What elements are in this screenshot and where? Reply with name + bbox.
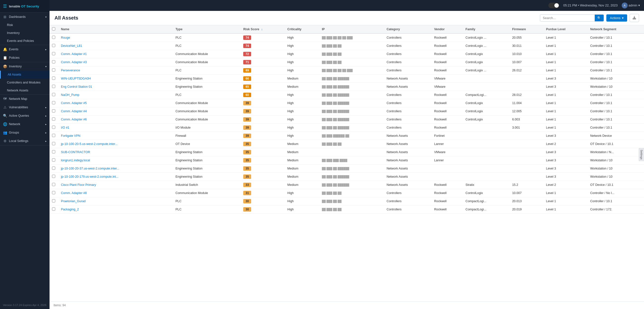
asset-link-3[interactable]: Comm. Adapter #3 (61, 61, 87, 64)
sidebar-item-network-map[interactable]: 🗺 Network Map (0, 95, 50, 103)
row-checkbox-14[interactable] (52, 150, 55, 153)
row-name-5[interactable]: WIN-UEUPT5DGA0H (58, 75, 173, 83)
row-name-8[interactable]: Comm. Adapter #5 (58, 99, 173, 107)
row-name-6[interactable]: Eng Control Station 01 (58, 83, 173, 91)
asset-link-21[interactable]: Packaging_2 (61, 208, 79, 211)
row-name-9[interactable]: Comm. Adapter #4 (58, 107, 173, 116)
hamburger-icon[interactable]: ☰ (3, 4, 7, 9)
asset-link-9[interactable]: Comm. Adapter #4 (61, 110, 87, 113)
search-button[interactable]: 🔍 (595, 15, 604, 21)
row-checkbox-13[interactable] (52, 142, 55, 145)
export-button[interactable] (630, 14, 639, 22)
row-checkbox-2[interactable] (52, 52, 55, 55)
row-name-11[interactable]: I/O #1 (58, 124, 173, 132)
asset-link-5[interactable]: WIN-UEUPT5DGA0H (61, 77, 91, 80)
row-checkbox-4[interactable] (52, 68, 55, 72)
row-name-19[interactable]: Comm. Adapter #8 (58, 189, 173, 197)
col-ip[interactable]: IP (319, 25, 384, 34)
col-category[interactable]: Category (384, 25, 432, 34)
row-name-16[interactable]: jp-10-100-20-37.us-west-2.compute.inter.… (58, 165, 173, 173)
row-name-13[interactable]: jp-10-100-20-5.us-west-2.compute.inter..… (58, 140, 173, 148)
actions-button[interactable]: Actions ▾ (606, 14, 627, 22)
row-checkbox-15[interactable] (52, 158, 55, 162)
sidebar-item-dashboards[interactable]: ⊞ Dashboards ▾ (0, 13, 50, 21)
sidebar-item-network-assets[interactable]: Network Assets (0, 87, 50, 94)
user-arrow[interactable]: ▾ (638, 4, 640, 7)
row-name-7[interactable]: NaOH_Pump (58, 91, 173, 99)
asset-link-15[interactable]: longrun1.indegy.local (61, 159, 90, 162)
row-checkbox-1[interactable] (52, 44, 55, 47)
sidebar-item-active-queries[interactable]: 🔍 Active Queries ▸ (0, 112, 50, 120)
asset-link-4[interactable]: Perseverance (61, 69, 80, 72)
col-network-segment[interactable]: Network Segment (588, 25, 644, 34)
row-name-14[interactable]: SUB-CONTRACTOR (58, 148, 173, 156)
col-family[interactable]: Family (463, 25, 510, 34)
asset-link-19[interactable]: Comm. Adapter #8 (61, 191, 87, 195)
asset-link-2[interactable]: Comm. Adapter #1 (61, 52, 87, 56)
row-checkbox-8[interactable] (52, 101, 55, 104)
row-checkbox-12[interactable] (52, 134, 55, 137)
sidebar-item-inventory[interactable]: 📦 Inventory ▾ (0, 62, 50, 71)
col-type[interactable]: Type (173, 25, 241, 34)
asset-link-8[interactable]: Comm. Adapter #5 (61, 101, 87, 105)
row-name-17[interactable]: jp-10-100-20-179.us-west-2.compute.int..… (58, 173, 173, 181)
asset-link-1[interactable]: DeviceNet_L81 (61, 44, 82, 48)
row-name-21[interactable]: Packaging_2 (58, 205, 173, 214)
asset-link-6[interactable]: Eng Control Station 01 (61, 85, 92, 89)
col-firmware[interactable]: Firmware (510, 25, 544, 34)
sidebar-item-events[interactable]: 🔔 Events ▸ (0, 45, 50, 54)
theme-toggle[interactable] (548, 3, 559, 8)
row-name-0[interactable]: Rouge (58, 34, 173, 42)
sidebar-item-all-assets[interactable]: All Assets (0, 71, 50, 79)
settings-tab[interactable]: Settings (639, 148, 644, 161)
row-checkbox-19[interactable] (52, 191, 55, 194)
sidebar-item-controllers-modules[interactable]: Controllers and Modules (0, 79, 50, 87)
asset-link-7[interactable]: NaOH_Pump (61, 93, 79, 97)
row-checkbox-21[interactable] (52, 207, 55, 211)
sidebar-item-vulnerabilities[interactable]: ⚠ Vulnerabilities ▸ (0, 103, 50, 112)
row-checkbox-5[interactable] (52, 77, 55, 80)
asset-link-16[interactable]: jp-10-100-20-37.us-west-2.compute.inter.… (61, 167, 120, 170)
row-name-10[interactable]: Comm. Adapter #6 (58, 116, 173, 124)
col-name[interactable]: Name (58, 25, 173, 34)
asset-link-11[interactable]: I/O #1 (61, 126, 69, 129)
row-checkbox-10[interactable] (52, 117, 55, 121)
sidebar-item-inventory-dash[interactable]: Inventory (0, 29, 50, 37)
row-checkbox-20[interactable] (52, 199, 55, 202)
asset-link-10[interactable]: Comm. Adapter #6 (61, 118, 87, 121)
sidebar-item-groups[interactable]: 👥 Groups ▸ (0, 128, 50, 137)
asset-link-14[interactable]: SUB-CONTRACTOR (61, 150, 90, 154)
col-purdue-level[interactable]: Purdue Level (544, 25, 588, 34)
row-checkbox-9[interactable] (52, 109, 55, 113)
row-checkbox-3[interactable] (52, 60, 55, 64)
sidebar-item-local-settings[interactable]: ⚙ Local Settings ▸ (0, 137, 50, 145)
asset-link-0[interactable]: Rouge (61, 36, 70, 39)
asset-link-13[interactable]: jp-10-100-20-5.us-west-2.compute.inter..… (61, 142, 118, 146)
asset-link-12[interactable]: Fortigate VPN (61, 134, 80, 138)
row-name-18[interactable]: Cisco Plant Floor Primary (58, 181, 173, 189)
row-checkbox-16[interactable] (52, 167, 55, 170)
row-checkbox-7[interactable] (52, 93, 55, 96)
row-name-12[interactable]: Fortigate VPN (58, 132, 173, 140)
row-checkbox-17[interactable] (52, 175, 55, 178)
sidebar-item-network[interactable]: 🌐 Network ▸ (0, 120, 50, 128)
row-name-20[interactable]: Praetorian_Gurad (58, 197, 173, 205)
search-input[interactable] (540, 15, 595, 21)
sidebar-item-events-policies[interactable]: Events and Policies (0, 37, 50, 45)
row-name-1[interactable]: DeviceNet_L81 (58, 42, 173, 50)
row-name-2[interactable]: Comm. Adapter #1 (58, 50, 173, 58)
select-all-checkbox[interactable] (52, 27, 55, 31)
asset-link-17[interactable]: jp-10-100-20-179.us-west-2.compute.int..… (61, 175, 118, 178)
row-checkbox-0[interactable] (52, 36, 55, 39)
sidebar-item-risk[interactable]: Risk (0, 21, 50, 29)
row-checkbox-18[interactable] (52, 183, 55, 186)
sidebar-item-policies[interactable]: 📋 Policies (0, 54, 50, 62)
row-name-3[interactable]: Comm. Adapter #3 (58, 58, 173, 66)
assets-table-container[interactable]: Name Type Risk Score ↓ Criticality IP Ca… (50, 25, 644, 301)
col-criticality[interactable]: Criticality (285, 25, 319, 34)
row-name-4[interactable]: Perseverance (58, 66, 173, 75)
col-vendor[interactable]: Vendor (432, 25, 463, 34)
col-risk-score[interactable]: Risk Score ↓ (241, 25, 285, 34)
row-checkbox-6[interactable] (52, 85, 55, 88)
asset-link-20[interactable]: Praetorian_Gurad (61, 199, 86, 203)
